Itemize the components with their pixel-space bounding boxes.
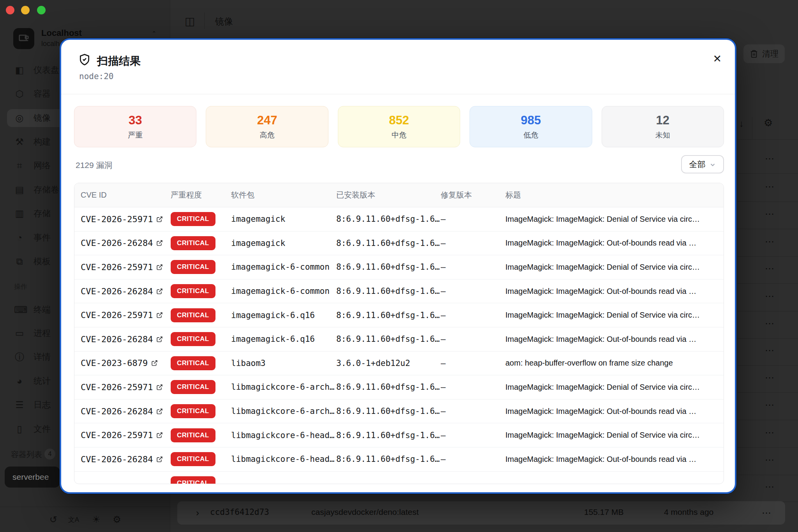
external-link-icon[interactable] bbox=[156, 240, 163, 246]
cve-id-link[interactable]: CVE-2026-26284 bbox=[81, 454, 171, 464]
cve-table-row: CVE-2026-26284CRITICALlibmagickcore-6-he… bbox=[74, 447, 724, 472]
processes-icon: ▭ bbox=[14, 328, 25, 339]
sidebar-item-label: 容器 bbox=[34, 88, 51, 100]
package-cell: imagemagick bbox=[231, 214, 336, 224]
row-actions-icon[interactable]: ⋯ bbox=[761, 345, 779, 358]
title-cell: ImageMagick: ImageMagick: Out-of-bounds … bbox=[505, 455, 724, 464]
external-link-icon[interactable] bbox=[156, 264, 163, 270]
table-settings-gear-icon[interactable]: ⚙ bbox=[764, 117, 773, 129]
ops-section-label: 操作 bbox=[14, 282, 27, 291]
installed-version-cell: 8:6.9.11.60+dfsg-1.6… bbox=[336, 454, 441, 464]
row-actions-icon[interactable]: ⋯ bbox=[761, 454, 779, 468]
severity-label: 中危 bbox=[392, 130, 406, 140]
external-link-icon[interactable] bbox=[156, 408, 163, 415]
network-icon: ⌗ bbox=[14, 160, 25, 171]
translate-icon[interactable]: 文A bbox=[67, 513, 80, 526]
package-cell: libmagickcore-6-arch… bbox=[231, 382, 336, 392]
containers-icon: ⬡ bbox=[14, 88, 25, 99]
minimize-traffic-light[interactable] bbox=[21, 6, 30, 14]
cve-table-row: CVE-2026-26284CRITICALimagemagick-6.q168… bbox=[74, 327, 724, 352]
theme-icon[interactable]: ☀ bbox=[90, 513, 103, 526]
cve-id-link[interactable]: CVE-2023-6879 bbox=[81, 358, 171, 368]
row-separator bbox=[738, 475, 798, 475]
critical-badge: CRITICAL bbox=[171, 476, 215, 484]
image-age: 4 months ago bbox=[664, 507, 713, 517]
cve-id-link[interactable]: CVE-2026-26284 bbox=[81, 286, 171, 296]
cve-table-row: CVE-2026-26284CRITICALlibmagickcore-6-ar… bbox=[74, 399, 724, 424]
external-link-icon[interactable] bbox=[156, 456, 163, 463]
close-traffic-light[interactable] bbox=[6, 6, 14, 14]
sidebar-item-label: 终端 bbox=[34, 304, 51, 316]
row-separator bbox=[738, 392, 798, 393]
cve-id-link[interactable]: CVE-2026-26284 bbox=[81, 407, 171, 416]
row-actions-icon[interactable]: ⋯ bbox=[761, 236, 779, 249]
sidebar-item-serverbee[interactable]: serverbee bbox=[5, 467, 60, 488]
row-actions-icon[interactable]: ⋯ bbox=[761, 481, 779, 495]
shield-check-icon bbox=[78, 53, 91, 67]
cve-table-header: CVE ID严重程度软件包已安装版本修复版本标题 bbox=[74, 183, 724, 207]
row-actions-icon[interactable]: ⋯ bbox=[761, 372, 779, 385]
external-link-icon[interactable] bbox=[156, 312, 163, 318]
cve-id-link[interactable]: CVE-2026-25971 bbox=[81, 310, 171, 320]
sidebar-item-label: 存储 bbox=[34, 208, 51, 219]
severity-filter-dropdown[interactable]: 全部 bbox=[681, 155, 724, 173]
row-actions-icon[interactable]: ⋯ bbox=[761, 291, 779, 304]
row-actions-icon[interactable]: ⋯ bbox=[761, 209, 779, 222]
sort-arrow-icon[interactable]: ↓ bbox=[739, 118, 744, 129]
clean-button[interactable]: 清理 bbox=[743, 44, 785, 63]
column-header: 标题 bbox=[505, 190, 724, 200]
row-separator bbox=[738, 420, 798, 420]
row-actions-icon[interactable]: ⋯ bbox=[761, 427, 779, 440]
external-link-icon[interactable] bbox=[156, 288, 163, 295]
title-cell: ImageMagick: ImageMagick: Denial of Serv… bbox=[505, 263, 724, 272]
package-cell: libaom3 bbox=[231, 359, 336, 368]
cve-id-link[interactable]: CVE-2026-26284 bbox=[81, 238, 171, 248]
critical-badge: CRITICAL bbox=[171, 236, 215, 250]
close-icon[interactable]: ✕ bbox=[713, 54, 722, 64]
external-link-icon[interactable] bbox=[156, 432, 163, 438]
severity-cell: CRITICAL bbox=[171, 212, 231, 226]
zoom-traffic-light[interactable] bbox=[37, 6, 46, 14]
fix-version-cell: – bbox=[441, 214, 505, 224]
sidebar-item-label: 事件 bbox=[34, 232, 51, 244]
row-separator bbox=[738, 256, 798, 257]
row-actions-icon[interactable]: ⋯ bbox=[761, 181, 779, 194]
cve-id-link[interactable]: CVE-2026-26284 bbox=[81, 334, 171, 344]
cve-id-link[interactable]: CVE-2026-25971 bbox=[81, 262, 171, 272]
fix-version-cell: – bbox=[441, 382, 505, 392]
image-size: 155.17 MB bbox=[584, 507, 624, 517]
external-link-icon[interactable] bbox=[156, 216, 163, 223]
package-cell: libmagickcore-6-arch… bbox=[231, 407, 336, 416]
severity-cell: CRITICAL bbox=[171, 476, 231, 484]
severity-summary-cards: 33严重247高危852中危985低危12未知 bbox=[74, 106, 724, 147]
cve-id-link[interactable]: CVE-2026-25971 bbox=[81, 430, 171, 440]
settings-icon[interactable]: ⚙ bbox=[110, 513, 124, 526]
severity-cell: CRITICAL bbox=[171, 260, 231, 274]
title-cell: ImageMagick: ImageMagick: Denial of Serv… bbox=[505, 215, 724, 224]
installed-version-cell: 8:6.9.11.60+dfsg-1.6… bbox=[336, 262, 441, 272]
build-icon: ⚒ bbox=[14, 136, 25, 147]
image-name: casjaysdevdocker/deno:latest bbox=[311, 507, 419, 517]
row-actions-icon[interactable]: ⋯ bbox=[762, 507, 772, 518]
sidebar-item-label: 构建 bbox=[34, 136, 51, 148]
severity-label: 低危 bbox=[523, 130, 538, 140]
row-actions-icon[interactable]: ⋯ bbox=[761, 263, 779, 276]
row-actions-icon[interactable]: ⋯ bbox=[761, 318, 779, 331]
row-actions-icon[interactable]: ⋯ bbox=[761, 399, 779, 413]
external-link-icon[interactable] bbox=[156, 384, 163, 391]
installed-version-cell: 3.6.0-1+deb12u2 bbox=[336, 359, 441, 368]
scan-results-modal: 扫描结果 node:20 ✕ 33严重247高危852中危985低危12未知 2… bbox=[60, 38, 736, 494]
volumes-icon: ▤ bbox=[14, 184, 25, 195]
row-separator bbox=[738, 311, 798, 311]
row-expand-chevron-icon[interactable]: › bbox=[196, 507, 199, 518]
row-actions-icon[interactable]: ⋯ bbox=[761, 153, 779, 166]
package-cell: libmagickcore-6-head… bbox=[231, 454, 336, 464]
external-link-icon[interactable] bbox=[156, 336, 163, 343]
cve-id-link[interactable]: CVE-2026-25971 bbox=[81, 382, 171, 392]
external-link-icon[interactable] bbox=[151, 360, 158, 366]
history-icon[interactable]: ↺ bbox=[47, 513, 60, 526]
sidebar-toggle-icon[interactable]: ◫ bbox=[185, 15, 195, 28]
severity-count: 33 bbox=[129, 113, 142, 127]
image-table-row[interactable]: › ccd3f6412d73 casjaysdevdocker/deno:lat… bbox=[177, 501, 785, 525]
cve-id-link[interactable]: CVE-2026-25971 bbox=[81, 214, 171, 224]
